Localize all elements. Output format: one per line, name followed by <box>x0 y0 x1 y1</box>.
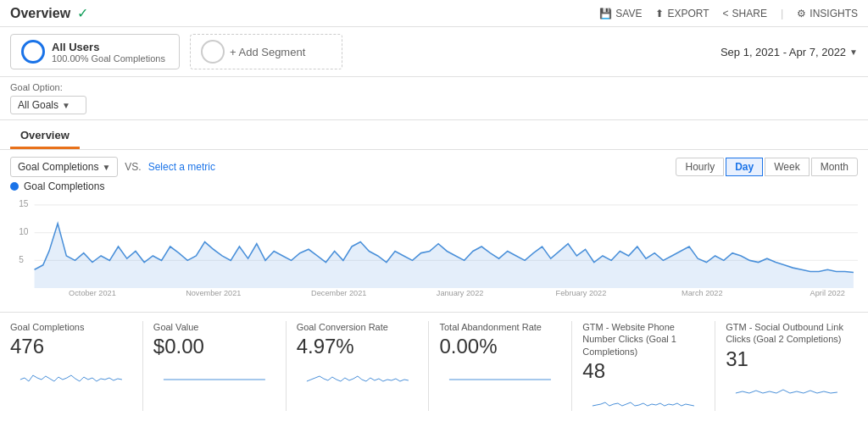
stat-value-0: 476 <box>10 335 132 359</box>
stat-label-1: Goal Value <box>153 321 275 333</box>
stat-value-4: 48 <box>582 359 704 384</box>
stat-value-2: 4.97% <box>297 335 419 359</box>
export-button[interactable]: ⬆ EXPORT <box>655 8 709 19</box>
vs-label: VS. <box>125 161 141 173</box>
stat-conversion-rate: Goal Conversion Rate 4.97% <box>287 321 430 411</box>
tabs-row: Overview <box>0 120 868 150</box>
stat-label-2: Goal Conversion Rate <box>297 321 419 333</box>
stat-mini-chart-3 <box>439 363 561 386</box>
svg-text:October 2021: October 2021 <box>69 288 116 297</box>
svg-text:January 2022: January 2022 <box>437 288 484 297</box>
segment-sub: 100.00% Goal Completions <box>52 53 165 64</box>
metric-chevron: ▼ <box>102 163 110 172</box>
goal-dropdown-chevron: ▼ <box>62 101 70 110</box>
metric-dropdown[interactable]: Goal Completions ▼ <box>10 157 118 177</box>
segments-row: All Users 100.00% Goal Completions + Add… <box>0 27 868 77</box>
stats-row: Goal Completions 476 Goal Value $0.00 Go… <box>0 312 868 416</box>
chart-legend: Goal Completions <box>10 180 858 192</box>
chart-legend-label: Goal Completions <box>24 180 104 192</box>
stat-label-3: Total Abandonment Rate <box>439 321 561 333</box>
stat-goal-completions: Goal Completions 476 <box>10 321 143 411</box>
hourly-button[interactable]: Hourly <box>676 158 724 176</box>
svg-text:10: 10 <box>19 225 28 236</box>
stat-mini-chart-5 <box>726 374 848 398</box>
goal-option-label: Goal Option: <box>10 82 858 92</box>
svg-text:November 2021: November 2021 <box>186 288 241 297</box>
header-actions: 💾 SAVE ⬆ EXPORT < SHARE | ⚙ INSIGHTS <box>599 7 858 19</box>
export-icon: ⬆ <box>655 8 664 19</box>
verified-icon: ✓ <box>77 5 88 21</box>
svg-text:April 2022: April 2022 <box>810 288 845 297</box>
stat-abandonment-rate: Total Abandonment Rate 0.00% <box>429 321 572 411</box>
svg-text:5: 5 <box>19 253 24 263</box>
stat-mini-chart-0 <box>10 363 132 386</box>
chart-area: Goal Completions 15 10 5 October 2021 No… <box>0 180 868 312</box>
stat-value-5: 31 <box>726 347 848 372</box>
save-icon: 💾 <box>599 8 612 19</box>
segment-all-users[interactable]: All Users 100.00% Goal Completions <box>10 34 180 69</box>
month-button[interactable]: Month <box>811 158 858 176</box>
goal-dropdown[interactable]: All Goals ▼ <box>10 96 86 114</box>
header-left: Overview ✓ <box>10 5 88 21</box>
add-segment-icon <box>201 40 225 64</box>
segment-name: All Users <box>52 41 165 53</box>
segments-left: All Users 100.00% Goal Completions + Add… <box>10 34 342 69</box>
svg-text:15: 15 <box>19 198 28 208</box>
svg-text:March 2022: March 2022 <box>682 288 722 297</box>
day-button[interactable]: Day <box>726 158 763 176</box>
stat-mini-chart-2 <box>297 363 419 386</box>
stat-label-0: Goal Completions <box>10 321 132 333</box>
chart-controls: Goal Completions ▼ VS. Select a metric H… <box>0 150 868 180</box>
svg-marker-6 <box>35 224 854 288</box>
stat-goal-value: Goal Value $0.00 <box>143 321 287 411</box>
stat-label-4: GTM - Website Phone Number Clicks (Goal … <box>582 321 704 358</box>
insights-icon: ⚙ <box>797 8 806 19</box>
chart-legend-dot <box>10 182 19 191</box>
add-segment-button[interactable]: + Add Segment <box>190 34 342 69</box>
page-header: Overview ✓ 💾 SAVE ⬆ EXPORT < SHARE | ⚙ I… <box>0 0 868 27</box>
chart-svg-element: 15 10 5 October 2021 November 2021 Decem… <box>10 196 858 297</box>
insights-button[interactable]: ⚙ INSIGHTS <box>797 8 858 19</box>
stat-value-1: $0.00 <box>153 335 275 359</box>
time-buttons: Hourly Day Week Month <box>676 158 858 176</box>
date-range-chevron: ▼ <box>849 47 858 57</box>
stat-mini-chart-4 <box>582 387 704 411</box>
select-metric-button[interactable]: Select a metric <box>148 161 215 173</box>
stat-gtm-social: GTM - Social Outbound Link Clicks (Goal … <box>715 321 858 411</box>
stat-mini-chart-1 <box>153 363 275 386</box>
goal-option-row: Goal Option: All Goals ▼ <box>0 77 868 120</box>
svg-text:December 2021: December 2021 <box>311 288 366 297</box>
week-button[interactable]: Week <box>765 158 809 176</box>
share-icon: < <box>723 8 729 19</box>
segment-info: All Users 100.00% Goal Completions <box>52 41 165 64</box>
svg-text:February 2022: February 2022 <box>556 288 607 297</box>
save-button[interactable]: 💾 SAVE <box>599 8 642 19</box>
stat-value-3: 0.00% <box>439 335 561 359</box>
chart-controls-left: Goal Completions ▼ VS. Select a metric <box>10 157 215 177</box>
share-button[interactable]: < SHARE <box>723 8 767 19</box>
date-range-picker[interactable]: Sep 1, 2021 - Apr 7, 2022 ▼ <box>721 46 858 58</box>
segment-icon <box>21 40 45 64</box>
stat-label-5: GTM - Social Outbound Link Clicks (Goal … <box>726 321 848 346</box>
chart-svg: 15 10 5 October 2021 November 2021 Decem… <box>10 196 858 297</box>
tab-overview[interactable]: Overview <box>10 124 80 149</box>
page-title: Overview <box>10 6 70 21</box>
stat-gtm-phone: GTM - Website Phone Number Clicks (Goal … <box>572 321 715 411</box>
